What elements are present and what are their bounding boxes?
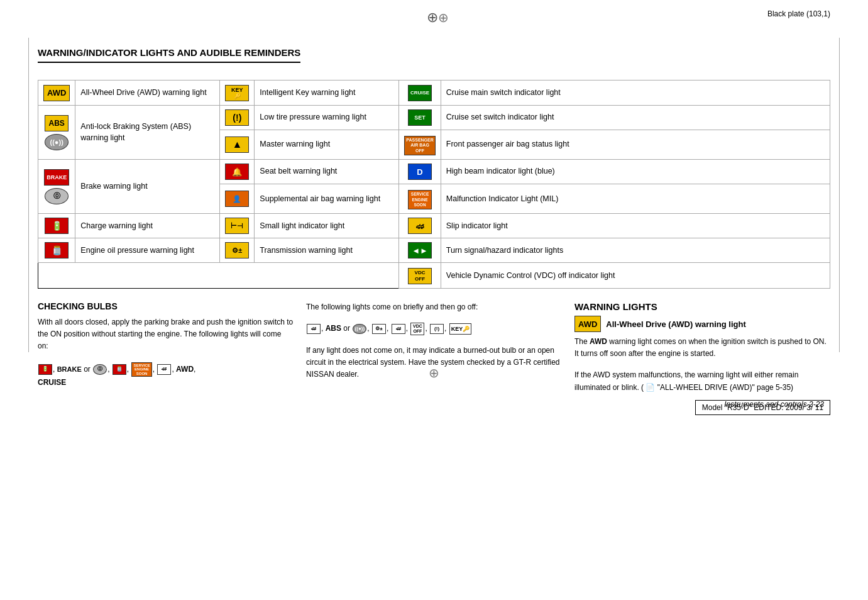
airbag-warning-icon: 👤 [225,191,249,207]
abs2-off-icon: ((●)) [353,324,366,335]
master-warning-icon-cell: ▲ [220,130,255,160]
abs2-icon: ((●)) [45,134,69,150]
slip-inline-icon: 🏎 [157,364,171,375]
lights-off-icons: 🏎, ABS or ((●)), ⚙±, 🏎, VDCOFF, (!), KEY… [306,323,562,335]
lights-off-intro: The following lights come on briefly and… [306,301,562,313]
trans-off-icon: ⚙± [372,324,386,335]
key-icon: KEY🔑 [225,85,249,101]
mil-icon-cell: SERVICEENGINESOON [399,184,441,214]
charge-desc: Charge warning light [75,214,220,238]
slip-icon: 🏎 [408,218,432,234]
seatbelt-desc: Seat belt warning light [255,160,399,184]
key-icon-cell: KEY🔑 [220,81,255,106]
oil-icon: 🫙 [45,242,69,258]
turn-signal-desc: Turn signal/hazard indicator lights [441,238,830,263]
small-light-icon-cell: ⊢⊣ [220,214,255,238]
trans-icon-cell: ⚙± [220,238,255,263]
mil-desc: Malfunction Indicator Light (MIL) [441,184,830,214]
small-light-desc: Small light indicator light [255,214,399,238]
cruise-set-desc: Cruise set switch indicator light [441,106,830,130]
lights-table: AWD All-Wheel Drive (AWD) warning light … [38,80,830,289]
tire-pressure-icon: (!) [225,109,249,126]
tire-icon-cell: (!) [220,106,255,130]
slip-icon-cell: 🏎 [399,214,441,238]
brake2-inline-icon: ⓪ [93,364,107,375]
master-warning-icon: ▲ [225,136,249,153]
highbeam-icon: D [408,164,432,180]
oil-inline-icon: 🫙 [113,364,126,375]
trans-icon: ⚙± [225,242,249,258]
brake-desc: Brake warning light [75,160,220,214]
vdc-icon-cell: VDCOFF [399,263,441,289]
tire-off-icon: (!) [430,324,444,335]
airbag-warning-icon-cell: 👤 [220,184,255,214]
airbag-warning-desc: Supplemental air bag warning light [255,184,399,214]
vdc-icon: VDCOFF [408,268,432,284]
abs-icon-cell: ABS ((●)) [38,106,75,160]
section-title: WARNING/INDICATOR LIGHTS AND AUDIBLE REM… [38,47,300,63]
vdc-off-icon: VDCOFF [410,323,424,335]
brake2-icon: ⓪ [45,188,69,204]
margin-line-left [28,38,29,352]
warning-lights-title: WARNING LIGHTS [574,301,830,312]
tire-desc: Low tire pressure warning light [255,106,399,130]
seatbelt-icon-cell: 🔔 [220,160,255,184]
warning-item-awd-title: AWD All-Wheel Drive (AWD) warning light [574,316,830,332]
brake-inline-text: BRAKE [57,365,82,373]
abs-off-text: ABS [326,324,341,333]
turn-signal-icon: ◄► [408,242,432,258]
checking-bulbs-body1: With all doors closed, apply the parking… [38,316,294,353]
slip2-off-icon: 🏎 [392,324,405,335]
master-warning-desc: Master warning light [255,130,399,160]
awd-warning-icon: AWD [574,316,601,332]
charge-icon: 🔋 [45,218,69,234]
crosshair-top: ⊕ [427,9,442,25]
service-inline-icon: SERVICEENGINESOON [131,362,151,377]
margin-line-right [839,38,840,352]
slip-off-icon: 🏎 [307,324,321,335]
slip-desc: Slip indicator light [441,214,830,238]
mil-icon: SERVICEENGINESOON [408,190,432,209]
awd-inline-text: AWD [176,365,194,374]
checking-bulbs-icons: 🔋, BRAKE or ⓪, 🫙, SERVICEENGINESOON, 🏎, … [38,362,294,389]
turn-signal-icon-cell: ◄► [399,238,441,263]
cruise-main-icon-cell: CRUISE [399,81,441,106]
key-desc: Intelligent Key warning light [255,81,399,106]
awd-icon: AWD [43,85,70,101]
crosshair-bottom: ⊕ [429,365,439,381]
pass-airbag-icon: PASSENGERAIR BAGOFF [404,136,435,155]
key-off-icon: KEY🔑 [449,323,472,335]
highbeam-icon-cell: D [399,160,441,184]
cruise-main-icon: CRUISE [408,85,432,101]
small-light-icon: ⊢⊣ [225,218,249,234]
charge-icon-cell: 🔋 [38,214,75,238]
cruise-main-desc: Cruise main switch indicator light [441,81,830,106]
checking-bulbs-section: CHECKING BULBS With all doors closed, ap… [38,301,294,394]
oil-icon-cell: 🫙 [38,238,75,263]
cruise-set-icon-cell: SET [399,106,441,130]
highbeam-desc: High beam indicator light (blue) [441,160,830,184]
oil-desc: Engine oil pressure warning light [75,238,220,263]
awd-warning-body2: If the AWD system malfunctions, the warn… [574,369,830,393]
cruise-set-icon: SET [408,109,432,126]
pass-airbag-icon-cell: PASSENGERAIR BAGOFF [399,130,441,160]
awd-warning-subtitle: All-Wheel Drive (AWD) warning light [606,319,745,329]
abs-desc: Anti-lock Braking System (ABS) warning l… [75,106,220,160]
checking-bulbs-title: CHECKING BULBS [38,301,294,311]
brake-icon-cell: BRAKE ⓪ [38,160,75,214]
abs-icon: ABS [45,115,69,131]
vdc-desc: Vehicle Dynamic Control (VDC) off indica… [441,263,830,289]
awd-warning-body1: The AWD warning light comes on when the … [574,336,830,360]
awd-icon-cell: AWD [38,81,75,106]
bottom-model-plate: Model "R35-D" EDITED: 2009/ 3/ 11 [695,400,830,415]
seatbelt-icon: 🔔 [225,164,249,180]
awd-desc: All-Wheel Drive (AWD) warning light [75,81,220,106]
pass-airbag-desc: Front passenger air bag status light [441,130,830,160]
charge-inline-icon: 🔋 [38,364,52,375]
plate-info: Black plate (103,1) [767,9,830,18]
brake-icon: BRAKE [44,169,69,186]
warning-lights-section: WARNING LIGHTS AWD All-Wheel Drive (AWD)… [574,301,830,394]
trans-desc: Transmission warning light [255,238,399,263]
cruise-inline-text: CRUISE [38,378,66,387]
